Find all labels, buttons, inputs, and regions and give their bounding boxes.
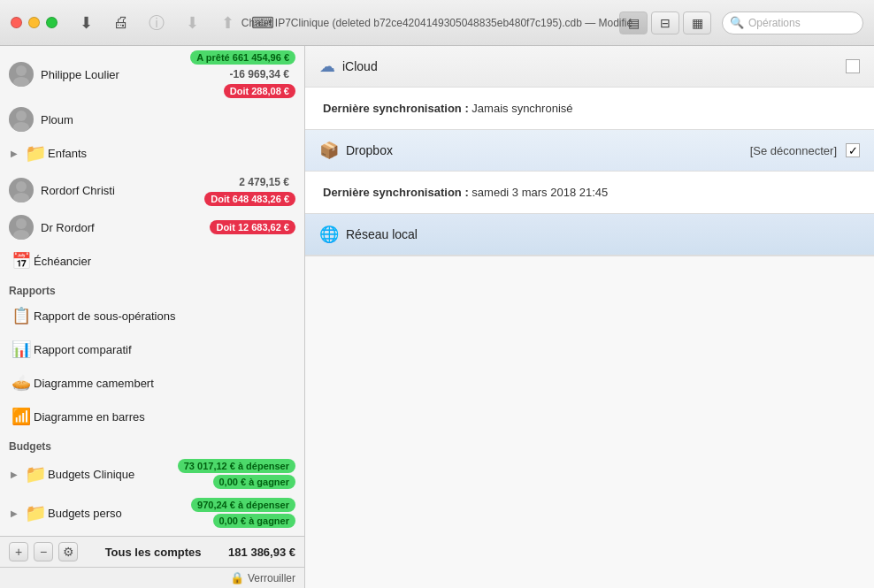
lock-bar: 🔒 Verrouiller: [0, 567, 304, 588]
search-box[interactable]: 🔍 Opérations: [722, 11, 863, 34]
icloud-checkbox[interactable]: [846, 59, 860, 73]
avatar-philippe: [9, 62, 34, 87]
badges-perso: 970,24 € à dépenser 0,00 € à gagner: [191, 498, 295, 528]
sidebar-item-rapport-sous[interactable]: 📋 Rapport de sous-opérations: [0, 299, 304, 332]
dropbox-disconnect-button[interactable]: [Se déconnecter]: [750, 144, 837, 157]
report-icon-comparatif: 📊: [9, 337, 34, 362]
svg-point-4: [16, 181, 27, 192]
sync-section-icloud: ☁ iCloud Dernière synchronisation : Jama…: [305, 46, 874, 130]
sidebar-item-philippe[interactable]: Philippe Loulier A prêté 661 454,96 € -1…: [0, 46, 304, 103]
bar-chart-icon: 📶: [9, 404, 34, 429]
badge-perso-2: 0,00 € à gagner: [213, 514, 296, 528]
right-panel: ☁ iCloud Dernière synchronisation : Jama…: [305, 46, 874, 588]
title-bar: ⬇ 🖨 ⓘ ⬇ ⬆ ⌨ Chalet IP7Clinique (deleted …: [0, 0, 874, 46]
info-toolbar-icon[interactable]: ⓘ: [142, 9, 171, 37]
svg-point-7: [13, 230, 29, 240]
badge-rordorf-1: 2 479,15 €: [233, 174, 295, 190]
sidebar-bottom: + − ⚙ Tous les comptes 181 386,93 €: [0, 536, 304, 567]
folder-icon-clinique: 📁: [23, 462, 48, 486]
badge-philippe-3: Doit 288,08 €: [224, 84, 295, 98]
folder-icon-enfants: 📁: [23, 141, 48, 165]
view-split-button[interactable]: ⊟: [651, 11, 679, 34]
expand-arrow-perso: ▶: [9, 508, 19, 518]
download-toolbar-icon[interactable]: ⬇: [72, 9, 100, 37]
icloud-content: Dernière synchronisation : Jamais synchr…: [305, 88, 874, 129]
pie-chart-icon: 🥧: [9, 370, 34, 395]
expand-arrow-clinique: ▶: [9, 470, 19, 479]
minimize-button[interactable]: [28, 17, 40, 28]
report-icon-sous: 📋: [9, 303, 34, 328]
label-rapport-sous: Rapport de sous-opérations: [34, 309, 295, 323]
remove-button[interactable]: −: [34, 542, 53, 561]
arrow-down-toolbar-icon[interactable]: ⬇: [178, 9, 206, 37]
section-rapports: Rapports: [0, 278, 304, 299]
badge-philippe-1: A prêté 661 454,96 €: [190, 50, 295, 65]
label-enfants: Enfants: [48, 147, 295, 160]
print-toolbar-icon[interactable]: 🖨: [107, 9, 135, 37]
svg-point-1: [13, 77, 29, 87]
label-dr-rordorf: Dr Rordorf: [41, 221, 210, 234]
dropbox-checkbox[interactable]: ✓: [846, 143, 860, 157]
main-content: Philippe Loulier A prêté 661 454,96 € -1…: [0, 46, 874, 588]
icloud-sync-value: Jamais synchronisé: [472, 102, 572, 115]
bottom-actions: + − ⚙: [9, 542, 78, 561]
svg-point-3: [13, 122, 29, 132]
svg-point-5: [13, 193, 29, 202]
add-button[interactable]: +: [9, 542, 28, 561]
dropbox-header: 📦 Dropbox [Se déconnecter] ✓: [305, 130, 874, 172]
settings-button[interactable]: ⚙: [58, 542, 78, 561]
lock-icon: 🔒: [230, 571, 244, 584]
badge-perso-1: 970,24 € à dépenser: [191, 498, 295, 512]
reseau-header: 🌐 Réseau local: [305, 214, 874, 256]
svg-point-2: [16, 111, 27, 121]
badge-philippe-2: -16 969,34 €: [224, 66, 295, 82]
badges-dr-rordorf: Doit 12 683,62 €: [210, 220, 295, 234]
badges-rordorf-christi: 2 479,15 € Doit 648 483,26 €: [204, 174, 295, 206]
maximize-button[interactable]: [46, 17, 58, 28]
dropbox-icon: 📦: [319, 141, 339, 160]
view-grid-button[interactable]: ▦: [683, 11, 711, 34]
sidebar-item-budgets-clinique[interactable]: ▶ 📁 Budgets Clinique 73 017,12 € à dépen…: [0, 454, 304, 493]
search-placeholder: Opérations: [748, 17, 801, 29]
close-button[interactable]: [11, 17, 22, 28]
label-rordorf-christi: Rordorf Christi: [41, 184, 204, 197]
sidebar-item-dr-rordorf[interactable]: Dr Rordorf Doit 12 683,62 €: [0, 210, 304, 244]
label-ploum: Ploum: [41, 113, 295, 126]
avatar-dr-rordorf: [9, 215, 34, 240]
avatar-rordorf-christi: [9, 178, 34, 202]
sidebar-item-camembert[interactable]: 🥧 Diagramme camembert: [0, 366, 304, 400]
label-echeancier: Échéancier: [34, 255, 295, 268]
sidebar-item-ploum[interactable]: Ploum: [0, 103, 304, 136]
sidebar-item-barres[interactable]: 📶 Diagramme en barres: [0, 400, 304, 433]
section-budgets: Budgets: [0, 433, 304, 454]
dropbox-sync-label: Dernière synchronisation :: [323, 186, 469, 199]
icloud-icon: ☁: [319, 57, 335, 76]
svg-point-6: [16, 218, 27, 229]
search-icon: 🔍: [730, 16, 744, 29]
badge-rordorf-2: Doit 648 483,26 €: [204, 192, 295, 206]
sidebar-item-budgets-perso[interactable]: ▶ 📁 Budgets perso 970,24 € à dépenser 0,…: [0, 493, 304, 532]
folder-icon-perso: 📁: [23, 500, 48, 525]
sidebar-item-echeancier[interactable]: 📅 Échéancier: [0, 244, 304, 278]
badge-clinique-2: 0,00 € à gagner: [213, 475, 296, 489]
sidebar-item-rapport-comparatif[interactable]: 📊 Rapport comparatif: [0, 332, 304, 366]
window-controls: [11, 17, 58, 28]
label-camembert: Diagramme camembert: [34, 377, 295, 390]
sync-section-reseau-local: 🌐 Réseau local: [305, 214, 874, 256]
expand-arrow-enfants: ▶: [9, 149, 19, 158]
icloud-sync-label: Dernière synchronisation :: [323, 102, 469, 115]
lock-label[interactable]: Verrouiller: [248, 572, 295, 584]
arrow-up-toolbar-icon[interactable]: ⬆: [213, 9, 242, 37]
sidebar-item-rordorf-christi[interactable]: Rordorf Christi 2 479,15 € Doit 648 483,…: [0, 170, 304, 210]
label-rapport-comparatif: Rapport comparatif: [34, 343, 295, 356]
sidebar-item-enfants[interactable]: ▶ 📁 Enfants: [0, 136, 304, 170]
icloud-sync-info: Dernière synchronisation : Jamais synchr…: [323, 102, 856, 115]
badge-dr-rordorf-1: Doit 12 683,62 €: [210, 220, 295, 234]
view-switcher: ▤ ⊟ ▦: [619, 11, 711, 34]
sync-section-dropbox: 📦 Dropbox [Se déconnecter] ✓ Dernière sy…: [305, 130, 874, 214]
badge-clinique-1: 73 017,12 € à dépenser: [178, 459, 295, 473]
calendar-icon: 📅: [9, 248, 34, 273]
avatar-ploum: [9, 107, 34, 132]
label-budgets-perso: Budgets perso: [48, 507, 191, 520]
total-label: Tous les comptes: [105, 546, 202, 559]
